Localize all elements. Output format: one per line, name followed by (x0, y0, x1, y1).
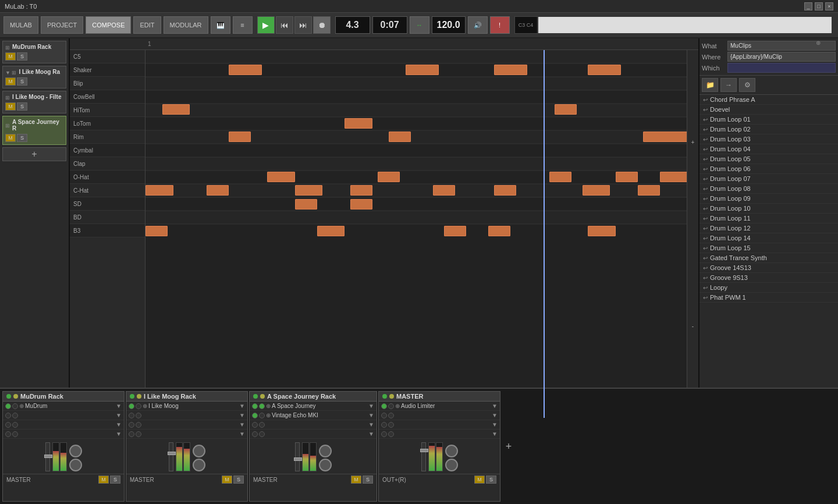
note-block[interactable] (350, 199, 372, 210)
note-block[interactable] (406, 65, 439, 75)
play-button[interactable]: ▶ (257, 16, 275, 34)
note-grid[interactable]: + - (145, 50, 698, 418)
right-list-item[interactable]: ↩Gated Trance Synth (699, 253, 838, 263)
note-block[interactable] (433, 185, 455, 196)
moog-fader[interactable] (169, 442, 173, 471)
vertical-scrollbar[interactable]: + - (687, 50, 698, 418)
note-block[interactable] (616, 172, 638, 182)
knob-pan[interactable] (69, 459, 82, 471)
rewind-button[interactable]: ⏮ (276, 16, 293, 34)
note-block[interactable] (207, 185, 229, 196)
close-button[interactable]: × (825, 2, 833, 10)
note-block[interactable] (389, 132, 411, 142)
note-block[interactable] (229, 65, 262, 75)
record-button[interactable]: ⏺ (313, 16, 331, 34)
note-block[interactable] (588, 65, 621, 75)
note-block[interactable] (588, 226, 616, 236)
right-list-item[interactable]: ↩Drum Loop 12 (699, 223, 838, 233)
right-list-item[interactable]: ↩Drum Loop 15 (699, 243, 838, 253)
moog-mute[interactable]: M (5, 77, 16, 86)
track-ilikemoog[interactable]: ▼ ⊞ I Like Moog Ra M S (2, 66, 66, 88)
master-fader[interactable] (421, 442, 426, 471)
note-block[interactable] (317, 226, 345, 236)
right-list-item[interactable]: ↩Doevel (699, 105, 838, 115)
space-arrow1[interactable]: ▼ (368, 403, 374, 409)
note-block[interactable] (267, 172, 295, 182)
note-block[interactable] (229, 132, 251, 142)
right-list-item[interactable]: ↩Drum Loop 14 (699, 233, 838, 243)
right-list-item[interactable]: ↩Drum Loop 06 (699, 164, 838, 174)
right-list-item[interactable]: ↩Groove 9S13 (699, 273, 838, 283)
master-strip-solo[interactable]: S (486, 475, 496, 484)
note-block[interactable] (345, 118, 372, 129)
note-block[interactable] (549, 172, 571, 182)
bpm-display[interactable]: 120.0 (432, 16, 466, 34)
which-input[interactable] (727, 63, 836, 73)
metronome-button[interactable]: 🔊 (468, 16, 488, 34)
strip-solo[interactable]: S (110, 475, 120, 484)
master-fader-thumb[interactable] (420, 449, 428, 452)
compose-button[interactable]: COMPOSE (86, 16, 131, 34)
scroll-up-icon[interactable]: + (691, 139, 695, 145)
master-strip-mute[interactable]: M (474, 475, 485, 484)
right-list-item[interactable]: ↩Drum Loop 03 (699, 134, 838, 144)
right-list-item[interactable]: ↩Drum Loop 09 (699, 194, 838, 204)
right-list-item[interactable]: ↩Loopy (699, 283, 838, 293)
note-block[interactable] (638, 185, 660, 196)
channel-arrow2[interactable]: ▼ (116, 412, 122, 418)
settings-icon-button[interactable]: ⚙ (739, 78, 755, 92)
track-spacejourney[interactable]: ⊞ A Space Journey R M S (2, 116, 66, 145)
moog-knob-vol[interactable] (193, 445, 205, 457)
arrow-icon-button[interactable]: → (720, 78, 737, 92)
note-block[interactable] (295, 199, 317, 210)
right-list-item[interactable]: ↩Drum Loop 04 (699, 144, 838, 154)
right-list-item[interactable]: ↩Phat PWM 1 (699, 293, 838, 303)
moogfilt-mute[interactable]: M (5, 102, 16, 111)
moog-solo[interactable]: S (17, 77, 27, 86)
track-moogfilter[interactable]: ⊞ I Like Moog - Filte M S (2, 91, 66, 113)
moog-strip-mute[interactable]: M (222, 475, 232, 484)
right-list-item[interactable]: ↩Drum Loop 10 (699, 204, 838, 214)
space-fader-thumb[interactable] (294, 457, 302, 461)
scroll-down-icon[interactable]: - (692, 323, 694, 329)
space-strip-solo[interactable]: S (363, 475, 373, 484)
strip-mute[interactable]: M (98, 475, 109, 484)
fader[interactable] (45, 442, 50, 471)
master-knob-pan[interactable] (445, 459, 458, 471)
note-block[interactable] (583, 185, 610, 196)
note-block[interactable] (145, 226, 168, 236)
right-list-item[interactable]: ↩Groove 14S13 (699, 263, 838, 273)
space-strip-mute[interactable]: M (351, 475, 361, 484)
right-list-item[interactable]: ↩Drum Loop 11 (699, 214, 838, 223)
right-list-item[interactable]: ↩Drum Loop 07 (699, 174, 838, 184)
space-knob-pan[interactable] (319, 459, 332, 471)
space-fader[interactable] (295, 442, 300, 471)
moog-strip-solo[interactable]: S (233, 475, 244, 484)
note-block[interactable] (378, 172, 400, 182)
note-block[interactable] (145, 185, 173, 196)
track-mudrum[interactable]: ⊞ MuDrum Rack M S (2, 41, 66, 63)
space-solo[interactable]: S (17, 134, 27, 142)
project-button[interactable]: PROJECT (41, 16, 83, 34)
note-block[interactable] (162, 104, 190, 115)
note-block[interactable] (444, 226, 466, 236)
channel-arrow[interactable]: ▼ (116, 403, 122, 409)
space-knob-vol[interactable] (319, 445, 332, 457)
add-track-button[interactable]: + (2, 147, 66, 161)
note-block[interactable] (494, 185, 516, 196)
right-list-item[interactable]: ↩Drum Loop 02 (699, 125, 838, 134)
mulab-button[interactable]: MULAB (3, 16, 38, 34)
channel-arrow4[interactable]: ▼ (116, 431, 122, 437)
note-block[interactable] (494, 65, 527, 75)
knob-volume[interactable] (69, 445, 82, 457)
list-icon-button[interactable]: ≡ (233, 16, 253, 34)
folder-icon-button[interactable]: 📁 (702, 78, 718, 92)
moogfilt-solo[interactable]: S (17, 102, 27, 111)
note-block[interactable] (643, 132, 687, 142)
right-list-item[interactable]: ↩Drum Loop 08 (699, 184, 838, 194)
right-list-item[interactable]: ↩Drum Loop 01 (699, 115, 838, 125)
space-mute[interactable]: M (5, 134, 16, 142)
right-list-item[interactable]: ↩Drum Loop 05 (699, 154, 838, 164)
moog-fader-thumb[interactable] (168, 452, 176, 455)
note-block[interactable] (555, 104, 577, 115)
